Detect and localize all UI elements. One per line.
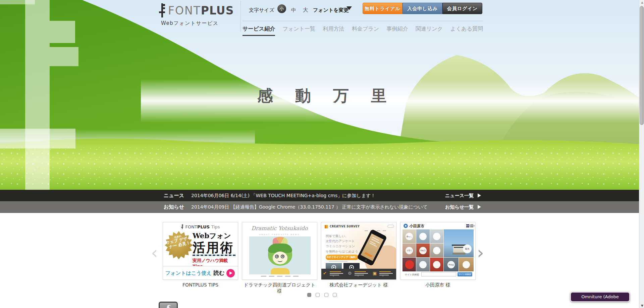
notice-bar: お知らせ 2014年04月09日 【経過報告】Google Chrome（33.… (0, 201, 644, 213)
creative-survey-tagline: 簡単で美しい、 次世代のアンケート コミュニケーション を無料からはじめよう (326, 233, 358, 254)
chevron-icon: ∨ (382, 275, 384, 277)
news-label: ニュース (164, 190, 184, 201)
fontplus-logo[interactable]: FONTPLUS (159, 3, 234, 19)
category-circle-kosodate[interactable]: 子育て (406, 247, 413, 254)
nav-item-related-links[interactable]: 関連リンク (416, 26, 443, 36)
fontplus-mini-mark-icon (181, 224, 184, 229)
mascot-head (268, 244, 292, 266)
category-circle[interactable] (419, 233, 427, 240)
logo-tagline: Webフォントサービス (161, 20, 219, 27)
nav-item-font-list[interactable]: フォント一覧 (283, 26, 316, 36)
member-login-button[interactable]: 会員ログイン (442, 3, 482, 14)
scrollbar-thumb[interactable] (640, 6, 644, 125)
fontplus-logo-mark-icon (159, 3, 166, 17)
nav-item-pricing[interactable]: 料金プラン (352, 26, 379, 36)
scrollbar-down-icon[interactable]: ▼ (641, 304, 643, 307)
carousel-dot-1[interactable] (307, 293, 311, 297)
scrollbar-up-icon[interactable]: ▲ (641, 1, 643, 4)
notice-label: お知らせ (164, 201, 184, 213)
fontplus-watermark-hook (50, 21, 75, 43)
font-change-dropdown[interactable]: フォントを変更 (313, 7, 349, 13)
tips-brand-suffix: Tips (210, 224, 220, 229)
browser-scrollbar[interactable]: ▲ ▼ (639, 0, 644, 308)
fontplus-watermark-crossbar (0, 129, 75, 148)
carousel-dot-4[interactable] (333, 293, 337, 297)
carousel-card-yotsukaido[interactable]: Dramatic Yotsukaido ABOUT PRODUCTS NEWS (242, 222, 317, 280)
carousel-card-odawara[interactable]: 小田原市 暮らし 子育て 市民力 (400, 222, 476, 280)
fontplus-watermark-arm (50, 47, 78, 66)
news-list-link[interactable]: ニュース一覧 (445, 190, 474, 201)
notice-headline-link[interactable]: 2014年04月09日 【経過報告】Google Chrome（33.0.175… (191, 201, 428, 213)
carousel-dot-2[interactable] (316, 293, 320, 297)
logo-text-plus: PLUS (201, 4, 234, 17)
news-bar: ニュース 2014年06月06日 6/14(土) 「WEB TOUCH MEET… (0, 190, 644, 201)
facebook-button[interactable]: f (159, 302, 178, 308)
nav-item-case-studies[interactable]: 事例紹介 (387, 26, 408, 36)
login-pill (387, 225, 394, 228)
category-circle[interactable] (419, 261, 427, 268)
category-circle-shichoshitsu[interactable]: 市長室 (447, 261, 455, 268)
mosaic-castle-photo (444, 229, 474, 257)
category-circle[interactable] (433, 261, 440, 268)
font-size-medium-button[interactable]: 中 (291, 7, 296, 13)
nav-item-service[interactable]: サービス紹介 (243, 26, 275, 36)
tips-card-brand: FONTPLUS Tips (163, 224, 238, 229)
category-circle[interactable] (433, 233, 440, 240)
font-size-small-button[interactable]: 小 (277, 4, 286, 13)
odawara-brand: 小田原市 (410, 224, 424, 229)
category-circle-shiminryoku[interactable]: 市民力 (419, 247, 427, 254)
card-caption-fourdigit: 株式会社フォーデジット 様 (321, 282, 396, 288)
news-headline-link[interactable]: 2014年06月06日 6/14(土) 「WEB TOUCH MEETING+a… (191, 190, 376, 201)
nav-item-faq[interactable]: よくある質問 (450, 26, 483, 36)
chevron-down-icon[interactable] (346, 6, 352, 10)
mascot-eye-right (281, 255, 284, 258)
card-caption-fontplus-tips: FONTPLUS TIPS (163, 282, 238, 288)
yotsukaido-site-nav: ABOUT PRODUCTS NEWS (242, 233, 317, 235)
carousel-dot-3[interactable] (324, 293, 328, 297)
chevron-icon: ∨ (332, 275, 334, 277)
tips-cta-text: フォントはこう使え！ (165, 270, 217, 276)
carousel-card-fontplus-tips[interactable]: FONTPLUS Tips 日本の ウェブ デザイナー 必見！ Webフォント … (163, 222, 238, 280)
carousel-pagination (0, 292, 644, 298)
gear-icon: ⚙ (348, 271, 352, 276)
header-divider (240, 1, 241, 32)
play-icon[interactable] (226, 269, 235, 277)
site-search-button[interactable]: サイト内検索 (458, 272, 472, 276)
font-size-label: 文字サイズ (249, 7, 274, 13)
font-size-large-button[interactable]: 大 (303, 7, 308, 14)
yotsukaido-site-title: Dramatic Yotsukaido (242, 225, 317, 231)
odawara-city-emblem-icon (404, 224, 408, 228)
free-trial-button[interactable]: 無料トライアル (363, 3, 402, 14)
mascot-mouth (278, 260, 282, 262)
tips-dashed-divider (193, 255, 235, 256)
category-circle-kurashi[interactable]: 暮らし (406, 233, 413, 240)
gold-starburst-badge: 日本の ウェブ デザイナー 必見！ (165, 231, 193, 259)
news-arrow-icon[interactable] (478, 193, 481, 197)
category-circle-red[interactable] (405, 260, 414, 269)
tiny-links-row (421, 278, 463, 280)
nav-item-usage[interactable]: 利用方法 (323, 26, 344, 36)
creative-survey-brand: CREATIVE SURVEY (330, 225, 360, 228)
card-caption-odawara: 小田原市 様 (400, 282, 476, 288)
chevron-icon: ∨ (357, 275, 359, 277)
site-search-label: サイト内検索 (405, 273, 419, 276)
yotsukaido-footer-nav (242, 272, 317, 278)
carousel-card-fourdigit[interactable]: CREATIVE SURVEY 簡単で美しい、 次世代のアンケート コミュニケー… (321, 222, 396, 280)
logo-text-font: FONT (168, 4, 201, 17)
carousel-prev-icon[interactable]: ‹ (151, 243, 158, 263)
notice-arrow-icon[interactable] (478, 205, 481, 209)
notice-list-link[interactable]: お知らせ一覧 (445, 201, 474, 213)
tips-brand-plus: PLUS (197, 224, 210, 229)
site-header: FONTPLUS Webフォントサービス 文字サイズ 小 中 大 フォントを変更… (161, 0, 483, 34)
badge-text-main: ウェブ デザイナー 必見！ (164, 235, 194, 250)
tips-read-link[interactable]: 読む (214, 270, 224, 277)
category-circle[interactable] (433, 247, 440, 254)
category-circle[interactable] (463, 261, 470, 268)
hero-headline: 感動万里 (0, 85, 644, 106)
header-action-buttons: 無料トライアル 入会申し込み 会員ログイン (363, 3, 482, 14)
signup-button[interactable]: 入会申し込み (402, 3, 442, 14)
omniture-analytics-badge[interactable]: Omniture (Adobe Analytics) (570, 292, 630, 302)
site-search-input[interactable] (421, 272, 456, 276)
category-circle-kanko[interactable]: 観光 (463, 245, 472, 253)
carousel-next-icon[interactable]: › (477, 243, 484, 263)
